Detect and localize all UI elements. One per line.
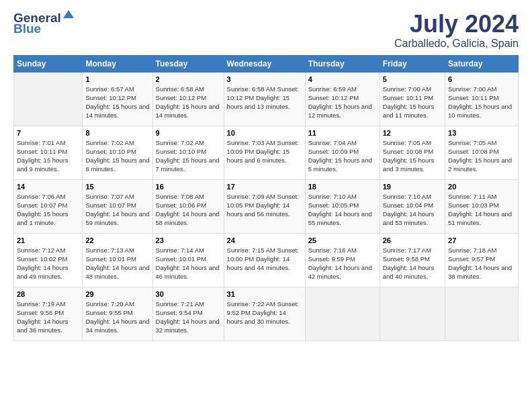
day-number: 20 <box>448 183 515 191</box>
day-number: 12 <box>383 129 442 137</box>
calendar-week-row: 14Sunrise: 7:06 AM Sunset: 10:07 PM Dayl… <box>14 179 519 233</box>
day-info: Sunrise: 6:58 AM Sunset: 10:12 PM Daylig… <box>227 85 302 111</box>
day-number: 25 <box>308 236 377 244</box>
calendar-cell <box>380 287 445 340</box>
calendar-cell <box>305 287 380 340</box>
day-number: 23 <box>156 236 221 244</box>
location-title: Carballedo, Galicia, Spain <box>394 38 519 50</box>
day-info: Sunrise: 7:04 AM Sunset: 10:09 PM Daylig… <box>308 138 377 174</box>
header-sunday: Sunday <box>14 55 83 72</box>
day-info: Sunrise: 7:10 AM Sunset: 10:05 PM Daylig… <box>308 192 377 228</box>
calendar-cell: 18Sunrise: 7:10 AM Sunset: 10:05 PM Dayl… <box>305 179 380 233</box>
calendar-cell: 16Sunrise: 7:08 AM Sunset: 10:06 PM Dayl… <box>152 179 224 233</box>
day-number: 21 <box>17 236 79 244</box>
day-number: 15 <box>85 183 149 191</box>
calendar-week-row: 28Sunrise: 7:19 AM Sunset: 9:56 PM Dayli… <box>14 287 519 340</box>
header-monday: Monday <box>83 55 152 72</box>
calendar-cell: 1Sunrise: 6:57 AM Sunset: 10:12 PM Dayli… <box>83 72 152 126</box>
day-info: Sunrise: 7:03 AM Sunset: 10:09 PM Daylig… <box>227 138 302 165</box>
day-info: Sunrise: 7:08 AM Sunset: 10:06 PM Daylig… <box>156 192 221 228</box>
calendar-cell: 19Sunrise: 7:10 AM Sunset: 10:04 PM Dayl… <box>380 179 445 233</box>
day-info: Sunrise: 6:59 AM Sunset: 10:12 PM Daylig… <box>308 85 377 120</box>
day-info: Sunrise: 7:05 AM Sunset: 10:08 PM Daylig… <box>448 138 515 174</box>
day-info: Sunrise: 7:17 AM Sunset: 9:58 PM Dayligh… <box>383 246 442 281</box>
day-number: 28 <box>17 290 79 298</box>
header-thursday: Thursday <box>305 55 380 72</box>
day-info: Sunrise: 7:05 AM Sunset: 10:08 PM Daylig… <box>383 138 442 174</box>
header-saturday: Saturday <box>445 55 519 72</box>
day-number: 10 <box>227 129 302 137</box>
calendar-cell: 14Sunrise: 7:06 AM Sunset: 10:07 PM Dayl… <box>14 179 83 233</box>
day-number: 29 <box>85 290 149 298</box>
day-info: Sunrise: 7:06 AM Sunset: 10:07 PM Daylig… <box>17 192 79 228</box>
day-number: 1 <box>85 75 149 83</box>
day-number: 24 <box>227 236 302 244</box>
day-number: 17 <box>227 183 302 191</box>
calendar-week-row: 1Sunrise: 6:57 AM Sunset: 10:12 PM Dayli… <box>14 72 519 126</box>
calendar-body: 1Sunrise: 6:57 AM Sunset: 10:12 PM Dayli… <box>14 72 519 340</box>
calendar-cell: 28Sunrise: 7:19 AM Sunset: 9:56 PM Dayli… <box>14 287 83 340</box>
calendar-week-row: 7Sunrise: 7:01 AM Sunset: 10:11 PM Dayli… <box>14 126 519 179</box>
calendar-cell: 9Sunrise: 7:02 AM Sunset: 10:10 PM Dayli… <box>152 126 224 179</box>
day-info: Sunrise: 7:02 AM Sunset: 10:10 PM Daylig… <box>156 138 221 174</box>
title-block: July 2024 Carballedo, Galicia, Spain <box>394 11 519 50</box>
day-number: 30 <box>156 290 221 298</box>
calendar-cell: 31Sunrise: 7:22 AM Sunset: 9:52 PM Dayli… <box>224 287 305 340</box>
day-info: Sunrise: 7:00 AM Sunset: 10:11 PM Daylig… <box>448 85 515 120</box>
day-info: Sunrise: 7:13 AM Sunset: 10:01 PM Daylig… <box>85 246 149 281</box>
calendar-cell: 23Sunrise: 7:14 AM Sunset: 10:01 PM Dayl… <box>152 233 224 287</box>
day-number: 5 <box>383 75 442 83</box>
day-info: Sunrise: 7:11 AM Sunset: 10:03 PM Daylig… <box>448 192 515 228</box>
calendar-cell: 15Sunrise: 7:07 AM Sunset: 10:07 PM Dayl… <box>83 179 152 233</box>
day-info: Sunrise: 7:00 AM Sunset: 10:11 PM Daylig… <box>383 85 442 120</box>
logo-blue: Blue <box>13 21 41 36</box>
day-number: 27 <box>448 236 515 244</box>
day-info: Sunrise: 7:02 AM Sunset: 10:10 PM Daylig… <box>85 138 149 174</box>
calendar-cell: 13Sunrise: 7:05 AM Sunset: 10:08 PM Dayl… <box>445 126 519 179</box>
day-info: Sunrise: 7:21 AM Sunset: 9:54 PM Dayligh… <box>156 300 221 335</box>
day-number: 7 <box>17 129 79 137</box>
calendar-cell: 26Sunrise: 7:17 AM Sunset: 9:58 PM Dayli… <box>380 233 445 287</box>
day-number: 14 <box>17 183 79 191</box>
calendar-cell: 27Sunrise: 7:18 AM Sunset: 9:57 PM Dayli… <box>445 233 519 287</box>
day-info: Sunrise: 7:18 AM Sunset: 9:57 PM Dayligh… <box>448 246 515 281</box>
calendar-cell: 25Sunrise: 7:16 AM Sunset: 9:59 PM Dayli… <box>305 233 380 287</box>
logo-icon <box>62 9 75 22</box>
day-info: Sunrise: 7:09 AM Sunset: 10:05 PM Daylig… <box>227 192 302 219</box>
day-info: Sunrise: 7:12 AM Sunset: 10:02 PM Daylig… <box>17 246 79 281</box>
calendar-header-row: Sunday Monday Tuesday Wednesday Thursday… <box>14 55 519 72</box>
calendar-cell: 8Sunrise: 7:02 AM Sunset: 10:10 PM Dayli… <box>83 126 152 179</box>
calendar-table: Sunday Monday Tuesday Wednesday Thursday… <box>13 55 519 341</box>
day-info: Sunrise: 6:57 AM Sunset: 10:12 PM Daylig… <box>85 85 149 120</box>
day-info: Sunrise: 7:07 AM Sunset: 10:07 PM Daylig… <box>85 192 149 228</box>
day-info: Sunrise: 6:58 AM Sunset: 10:12 PM Daylig… <box>156 85 221 120</box>
day-info: Sunrise: 7:15 AM Sunset: 10:00 PM Daylig… <box>227 246 302 273</box>
day-info: Sunrise: 7:16 AM Sunset: 9:59 PM Dayligh… <box>308 246 377 281</box>
header: General Blue July 2024 Carballedo, Galic… <box>13 11 519 50</box>
calendar-cell: 5Sunrise: 7:00 AM Sunset: 10:11 PM Dayli… <box>380 72 445 126</box>
day-number: 31 <box>227 290 302 298</box>
calendar-cell: 4Sunrise: 6:59 AM Sunset: 10:12 PM Dayli… <box>305 72 380 126</box>
day-number: 6 <box>448 75 515 83</box>
day-number: 2 <box>156 75 221 83</box>
header-friday: Friday <box>380 55 445 72</box>
calendar-cell: 10Sunrise: 7:03 AM Sunset: 10:09 PM Dayl… <box>224 126 305 179</box>
calendar-cell: 11Sunrise: 7:04 AM Sunset: 10:09 PM Dayl… <box>305 126 380 179</box>
calendar-cell <box>445 287 519 340</box>
day-number: 4 <box>308 75 377 83</box>
day-number: 19 <box>383 183 442 191</box>
calendar-cell: 21Sunrise: 7:12 AM Sunset: 10:02 PM Dayl… <box>14 233 83 287</box>
day-info: Sunrise: 7:14 AM Sunset: 10:01 PM Daylig… <box>156 246 221 281</box>
page-container: General Blue July 2024 Carballedo, Galic… <box>0 0 532 348</box>
calendar-cell: 6Sunrise: 7:00 AM Sunset: 10:11 PM Dayli… <box>445 72 519 126</box>
day-info: Sunrise: 7:20 AM Sunset: 9:55 PM Dayligh… <box>85 300 149 335</box>
day-number: 13 <box>448 129 515 137</box>
logo: General Blue <box>13 11 75 36</box>
day-info: Sunrise: 7:10 AM Sunset: 10:04 PM Daylig… <box>383 192 442 228</box>
calendar-cell: 2Sunrise: 6:58 AM Sunset: 10:12 PM Dayli… <box>152 72 224 126</box>
calendar-cell: 24Sunrise: 7:15 AM Sunset: 10:00 PM Dayl… <box>224 233 305 287</box>
calendar-week-row: 21Sunrise: 7:12 AM Sunset: 10:02 PM Dayl… <box>14 233 519 287</box>
calendar-cell <box>14 72 83 126</box>
day-number: 8 <box>85 129 149 137</box>
header-wednesday: Wednesday <box>224 55 305 72</box>
